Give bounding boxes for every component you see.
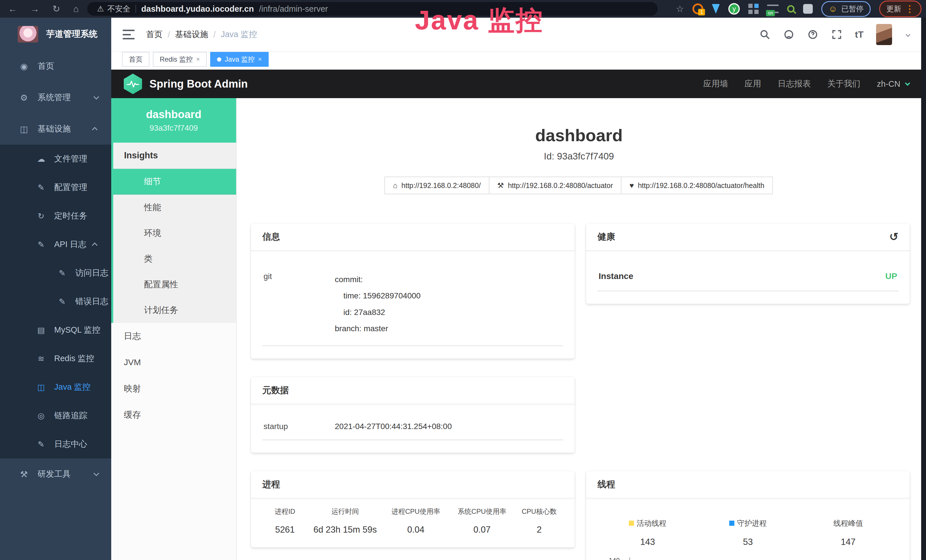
instance-links: ⌂ http://192.168.0.2:48080/ ⚒ http://192… (237, 177, 921, 194)
sba-nav-journal[interactable]: 日志报表 (778, 78, 811, 89)
font-size-icon[interactable]: tT (855, 29, 864, 40)
tab-environment[interactable]: 环境 (113, 220, 236, 246)
extension-pin-icon[interactable] (712, 4, 720, 14)
extension-y-icon[interactable]: y (728, 3, 740, 15)
sidebar-item-log-center[interactable]: ✎ 日志中心 (0, 430, 111, 459)
edit-icon: ✎ (35, 440, 47, 449)
extension-grid-icon[interactable] (748, 4, 759, 14)
sidebar-item-files[interactable]: ☁ 文件管理 (0, 145, 111, 173)
close-icon[interactable]: × (196, 56, 200, 63)
tab-metrics[interactable]: 性能 (113, 195, 236, 220)
tab-caches[interactable]: 缓存 (111, 402, 236, 428)
sidebar-item-mysql-monitor[interactable]: ▤ MySQL 监控 (0, 316, 111, 344)
sidebar: 芋道管理系统 ◉ 首页 ⚙ 系统管理 ◫ 基础设施 ☁ 文件管理 ✎ 配置管理 … (0, 18, 111, 560)
instance-header[interactable]: dashboard 93a3fc7f7409 (111, 98, 236, 143)
update-button[interactable]: 更新 ⋮ (879, 1, 921, 17)
tab-jvm[interactable]: JVM (111, 349, 236, 375)
sidebar-item-infra[interactable]: ◫ 基础设施 (0, 113, 111, 145)
home-icon[interactable]: ⌂ (73, 4, 79, 14)
cloud-upload-icon: ☁ (35, 154, 47, 164)
dashboard-icon: ◉ (18, 61, 30, 71)
info-card-title: 信息 (251, 223, 575, 251)
database-icon: ▤ (35, 325, 47, 335)
emoji-face-icon: ☺ (828, 5, 837, 13)
sidebar-item-system[interactable]: ⚙ 系统管理 (0, 82, 111, 113)
sba-nav-about[interactable]: 关于我们 (827, 78, 860, 89)
extension-search-icon[interactable] (787, 5, 794, 12)
insights-group-label: Insights (113, 143, 236, 169)
tab-bar: 首页 Redis 监控 × Java 监控 × (111, 51, 921, 70)
sidebar-item-scheduled-jobs[interactable]: ↻ 定时任务 (0, 202, 111, 230)
paused-badge[interactable]: ☺ 已暂停 (822, 1, 871, 17)
sidebar-item-dev-tools[interactable]: ⚒ 研发工具 (0, 459, 111, 490)
sidebar-item-redis-monitor[interactable]: ≋ Redis 监控 (0, 344, 111, 373)
sidebar-item-api-logs[interactable]: ✎ API 日志 (0, 230, 111, 259)
tab-home[interactable]: 首页 (122, 52, 150, 67)
legend-live-threads: 活动线程 (629, 518, 666, 528)
reload-icon[interactable]: ↻ (53, 4, 60, 14)
search-icon[interactable] (759, 29, 770, 40)
app-logo: 芋道管理系统 (0, 18, 111, 50)
active-dot (217, 58, 221, 62)
tab-logs[interactable]: 日志 (111, 323, 236, 349)
url-host: dashboard.yudao.iocoder.cn (141, 4, 254, 14)
sba-nav-wallboard[interactable]: 应用墙 (703, 78, 728, 89)
instance-details-panel: dashboard Id: 93a3fc7f7409 ⌂ http://192.… (237, 98, 921, 560)
service-url-button[interactable]: ⌂ http://192.168.0.2:48080/ (384, 177, 489, 194)
threads-card: 线程 活动线程 143 (586, 471, 910, 560)
health-card: 健康 ↺ Instance UP (586, 223, 910, 304)
breadcrumb-infra[interactable]: 基础设施 (175, 29, 208, 40)
history-icon[interactable]: ↺ (889, 232, 898, 242)
sidebar-item-home[interactable]: ◉ 首页 (0, 50, 111, 82)
breadcrumb-current: Java 监控 (221, 29, 257, 40)
avatar[interactable] (876, 24, 892, 45)
sidebar-item-tracing[interactable]: ◎ 链路追踪 (0, 401, 111, 430)
back-icon[interactable]: ← (8, 4, 17, 14)
tab-java-monitor[interactable]: Java 监控 × (210, 52, 269, 67)
instance-sidebar: dashboard 93a3fc7f7409 Insights 细节 性能 环境… (111, 98, 237, 560)
sidebar-item-java-monitor[interactable]: ◫ Java 监控 (0, 373, 111, 401)
sidebar-item-error-logs[interactable]: ✎ 错误日志 (0, 287, 111, 316)
sidebar-item-access-logs[interactable]: ✎ 访问日志 (0, 259, 111, 287)
tab-mappings[interactable]: 映射 (111, 375, 236, 402)
bookmark-star-icon[interactable]: ☆ (676, 4, 684, 14)
sidebar-item-config[interactable]: ✎ 配置管理 (0, 173, 111, 202)
extension-badge: 1 (698, 9, 705, 15)
close-icon[interactable]: × (258, 56, 262, 63)
tab-classes[interactable]: 类 (113, 246, 236, 272)
yellow-square-icon (629, 521, 634, 526)
github-icon[interactable] (783, 29, 794, 40)
tab-scheduled-tasks[interactable]: 计划任务 (113, 297, 236, 323)
sba-nav-applications[interactable]: 应用 (744, 78, 761, 89)
threads-card-title: 线程 (586, 471, 910, 498)
annotation-text: Java 监控 (415, 2, 543, 38)
locale-select[interactable]: zh-CN (877, 79, 909, 89)
col-pid: 进程ID (262, 507, 307, 516)
tab-details[interactable]: 细节 (113, 169, 236, 195)
security-label[interactable]: 不安全 (107, 4, 130, 14)
chart-y-axis (629, 557, 630, 560)
chevron-up-icon (92, 127, 98, 133)
breadcrumb-home[interactable]: 首页 (146, 29, 163, 40)
actuator-url-button[interactable]: ⚒ http://192.168.0.2:48080/actuator (489, 177, 622, 194)
edit-icon: ✎ (56, 297, 68, 306)
help-icon[interactable] (807, 29, 819, 40)
browser-menu-icon[interactable]: ⋮ (905, 3, 914, 14)
tab-config-props[interactable]: 配置属性 (113, 272, 236, 297)
extension-list-icon[interactable]: on (767, 5, 779, 13)
health-instance-row[interactable]: Instance UP (598, 259, 898, 291)
process-card: 进程 进程ID 运行时间 进程CPU使用率 系统CPU使用率 CPU核心数 52… (251, 471, 575, 548)
forward-icon[interactable]: → (30, 4, 39, 14)
hamburger-icon[interactable] (123, 30, 135, 39)
chevron-down-icon[interactable] (906, 32, 911, 37)
spring-boot-admin-logo[interactable] (124, 74, 142, 94)
tab-redis-monitor[interactable]: Redis 监控 × (153, 52, 207, 67)
extension-orange-icon[interactable]: 1 (692, 3, 703, 14)
col-uptime: 运行时间 (307, 507, 383, 516)
address-bar[interactable]: ⚠ 不安全 dashboard.yudao.iocoder.cn /infra/… (87, 2, 658, 16)
health-url-button[interactable]: ♥ http://192.168.0.2:48080/actuator/heal… (621, 177, 773, 194)
fullscreen-icon[interactable] (831, 29, 843, 40)
sba-brand[interactable]: Spring Boot Admin (150, 78, 248, 90)
extensions-puzzle-icon[interactable] (803, 4, 813, 14)
daemon-threads-value: 53 (698, 537, 798, 547)
